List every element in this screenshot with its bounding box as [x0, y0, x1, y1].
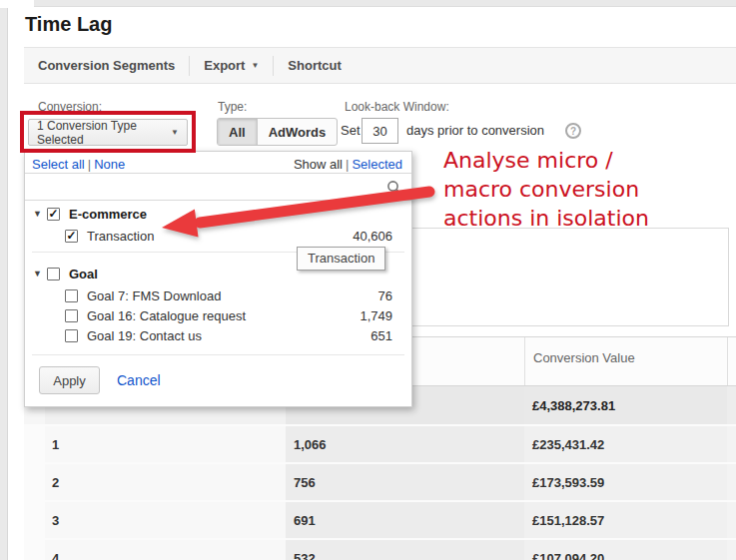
- search-icon: [386, 180, 402, 196]
- item-label[interactable]: Goal 16: Catalogue request: [87, 308, 246, 323]
- cancel-link[interactable]: Cancel: [117, 372, 161, 388]
- segment-search-input[interactable]: [31, 176, 385, 198]
- lookback-days-input[interactable]: [362, 118, 398, 144]
- left-edge-rail: [0, 8, 8, 560]
- type-all-button[interactable]: All: [218, 119, 257, 145]
- item-count: 40,606: [353, 229, 392, 244]
- set-label: Set: [341, 123, 361, 138]
- page-title: Time Lag: [25, 13, 112, 36]
- table-row: 4 532 £107,094.20: [24, 538, 736, 560]
- group-label[interactable]: E-commerce: [69, 207, 147, 222]
- panel-divider: [32, 354, 404, 355]
- lookback-window-label: Look-back Window:: [345, 100, 449, 114]
- collapse-triangle-icon[interactable]: ▼: [33, 269, 47, 279]
- totals-conversion-value: £4,388,273.81: [524, 386, 727, 424]
- show-selected-link[interactable]: Selected: [352, 157, 402, 172]
- group-label[interactable]: Goal: [69, 267, 98, 281]
- time-lag-report-page: Time Lag Conversion Segments Export ▼ Sh…: [0, 0, 736, 560]
- item-row-goal19: ✓ Goal 19: Contact us 651: [25, 326, 411, 344]
- conversion-label: Conversion:: [38, 100, 102, 114]
- filter-links: Show all|Selected: [294, 157, 402, 172]
- item-count: 76: [378, 288, 392, 303]
- time-lag-days: 1: [45, 426, 286, 462]
- goal7-checkbox[interactable]: ✓: [65, 289, 78, 302]
- lookback-suffix-label: days prior to conversion: [406, 123, 544, 138]
- export-button[interactable]: Export ▼: [190, 58, 273, 73]
- item-row-goal7: ✓ Goal 7: FMS Download 76: [25, 286, 411, 304]
- goal19-checkbox[interactable]: ✓: [65, 329, 78, 342]
- table-row: 1 1,066 £235,431.42: [24, 424, 736, 462]
- time-lag-days: 2: [45, 464, 286, 500]
- conversions-count: 532: [286, 540, 524, 560]
- collapse-triangle-icon[interactable]: ▼: [33, 209, 47, 219]
- conversion-value: £107,094.20: [524, 540, 727, 560]
- type-toggle-group: All AdWords: [217, 118, 338, 146]
- conversion-selector-panel: Select all|None Show all|Selected ▼ ✓ E-…: [24, 151, 412, 407]
- caret-down-icon: ▼: [251, 62, 259, 70]
- conversion-type-dropdown[interactable]: 1 Conversion Type Selected ▼: [28, 119, 188, 146]
- item-count: 651: [370, 328, 392, 343]
- time-lag-days: 3: [45, 502, 286, 538]
- report-toolbar: Conversion Segments Export ▼ Shortcut: [24, 47, 736, 84]
- group-row-ecommerce: ▼ ✓ E-commerce: [25, 205, 411, 223]
- conversion-value: £151,128.57: [524, 502, 727, 538]
- show-all-link[interactable]: Show all: [294, 157, 343, 172]
- conversion-value-column-header[interactable]: Conversion Value: [524, 337, 727, 385]
- conversions-count: 1,066: [286, 426, 524, 462]
- conversion-segments-button[interactable]: Conversion Segments: [24, 58, 189, 73]
- top-edge-strip: [34, 0, 736, 7]
- time-lag-days: 4: [45, 540, 286, 560]
- select-links: Select all|None: [32, 157, 125, 172]
- conversion-value: £173,593.59: [524, 464, 727, 500]
- item-row-goal16: ✓ Goal 16: Catalogue request 1,749: [25, 306, 411, 324]
- conversions-count: 756: [286, 464, 524, 500]
- conversion-value: £235,431.42: [524, 426, 727, 462]
- type-label: Type:: [218, 100, 247, 114]
- item-label[interactable]: Goal 7: FMS Download: [87, 288, 221, 303]
- transaction-tooltip: Transaction: [297, 247, 385, 271]
- ecommerce-checkbox[interactable]: ✓: [47, 208, 60, 221]
- table-row: 2 756 £173,593.59: [24, 462, 736, 500]
- select-none-link[interactable]: None: [94, 157, 125, 172]
- item-label[interactable]: Transaction: [87, 229, 154, 244]
- annotation-text: Analyse micro / macro conversion actions…: [443, 146, 649, 233]
- help-icon[interactable]: ?: [565, 123, 581, 139]
- item-row-transaction: ✓ Transaction 40,606: [25, 227, 411, 245]
- select-all-link[interactable]: Select all: [32, 157, 85, 172]
- transaction-checkbox[interactable]: ✓: [65, 230, 78, 243]
- segment-search-box: [25, 173, 411, 201]
- caret-down-icon: ▼: [171, 129, 179, 137]
- shortcut-button[interactable]: Shortcut: [274, 58, 355, 73]
- goal-checkbox[interactable]: ✓: [47, 268, 60, 280]
- type-adwords-button[interactable]: AdWords: [257, 119, 338, 145]
- item-count: 1,749: [360, 308, 392, 323]
- goal16-checkbox[interactable]: ✓: [65, 309, 78, 322]
- apply-button[interactable]: Apply: [39, 366, 100, 394]
- table-row: 3 691 £151,128.57: [24, 500, 736, 538]
- item-label[interactable]: Goal 19: Contact us: [87, 328, 202, 343]
- conversions-count: 691: [286, 502, 524, 538]
